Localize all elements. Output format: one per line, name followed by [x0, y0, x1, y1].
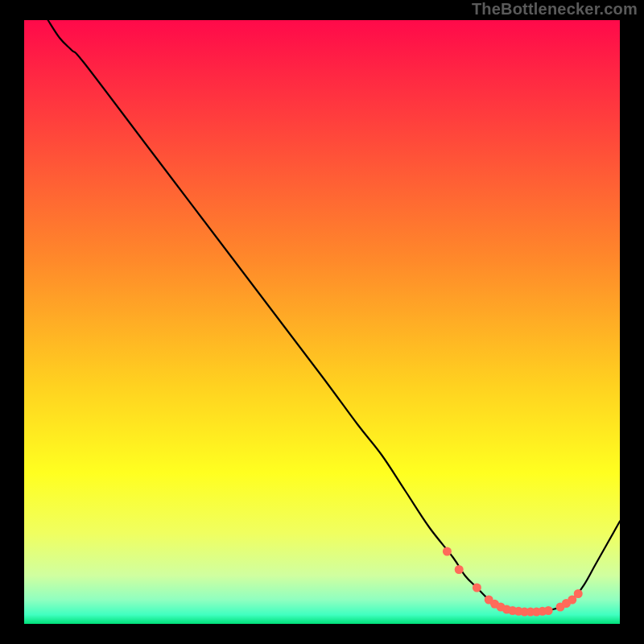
- chart-stage: TheBottlenecker.com: [0, 0, 644, 644]
- highlight-point: [544, 606, 553, 615]
- highlight-point: [574, 589, 583, 598]
- plot-background: [24, 20, 620, 624]
- highlight-point: [473, 584, 481, 592]
- highlight-point: [455, 565, 464, 574]
- highlight-point: [443, 547, 452, 556]
- chart-svg: [0, 0, 644, 644]
